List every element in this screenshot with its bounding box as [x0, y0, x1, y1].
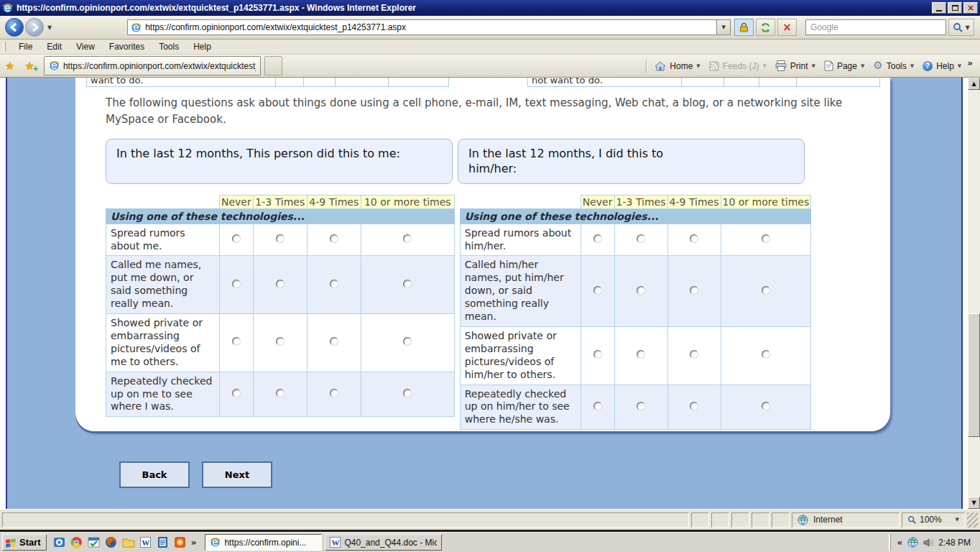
stop-button[interactable]: ×: [777, 19, 797, 36]
commandbar-tools-button[interactable]: ⚙Tools▼: [869, 58, 918, 73]
zoom-pane[interactable]: 100% ▼: [902, 512, 965, 528]
previous-row-cell: [796, 78, 880, 87]
radio-right-row0-col1[interactable]: [637, 234, 645, 243]
radio-right-row1-col1[interactable]: [637, 286, 645, 295]
radio-left-row2-col3[interactable]: [403, 337, 412, 346]
zoom-dropdown-caret[interactable]: ▼: [956, 517, 959, 523]
tray-collapse-chevron[interactable]: «: [897, 538, 903, 548]
back-button[interactable]: [5, 18, 24, 37]
menu-item-edit[interactable]: Edit: [40, 40, 69, 53]
radio-left-row2-col2[interactable]: [330, 337, 338, 346]
menu-item-tools[interactable]: Tools: [152, 40, 186, 53]
radio-left-row1-col1[interactable]: [276, 280, 285, 288]
quicklaunch-outlook-icon[interactable]: [53, 536, 66, 549]
new-tab-stub[interactable]: [264, 56, 282, 75]
minimize-button[interactable]: [932, 2, 946, 14]
taskbar-task-1[interactable]: WQ40_and_Q44.doc - Micr...: [325, 534, 442, 551]
commandbar-help-button[interactable]: ?Help▼: [918, 59, 966, 73]
radio-cell: [581, 326, 614, 385]
radio-right-row3-col0[interactable]: [593, 402, 602, 410]
radio-left-row0-col3[interactable]: [403, 234, 412, 243]
quicklaunch-firefox-icon[interactable]: [105, 536, 118, 549]
commandbar-page-button[interactable]: Page▼: [820, 58, 869, 73]
table-row: Showed private or embarrassing pictures/…: [460, 326, 810, 385]
recent-pages-dropdown[interactable]: ▼: [47, 24, 52, 31]
menu-item-file[interactable]: File: [11, 40, 40, 53]
security-lock-button[interactable]: [734, 19, 754, 36]
quicklaunch-overflow-chevron[interactable]: »: [187, 538, 201, 548]
commandbar-label: Tools: [887, 61, 907, 71]
radio-left-row3-col2[interactable]: [330, 389, 338, 397]
radio-right-row3-col2[interactable]: [690, 402, 698, 410]
scroll-up-button[interactable]: ▲: [968, 78, 980, 90]
feeds-icon: [709, 61, 719, 71]
previous-row-cell: [275, 78, 304, 87]
quicklaunch-word-icon[interactable]: W: [139, 536, 152, 549]
radio-left-row2-col1[interactable]: [276, 337, 285, 346]
search-input[interactable]: Google: [805, 19, 946, 35]
ie-task-icon: [210, 537, 221, 548]
scroll-down-button[interactable]: ▼: [968, 497, 980, 509]
menu-item-favorites[interactable]: Favorites: [102, 40, 152, 53]
favorites-button[interactable]: ★: [0, 60, 19, 73]
radio-right-row1-col0[interactable]: [593, 286, 602, 295]
browser-tab[interactable]: https://confirm.opinionport.com/extwix/e…: [44, 56, 261, 75]
radio-left-row0-col0[interactable]: [232, 234, 241, 243]
radio-right-row0-col0[interactable]: [593, 234, 602, 243]
radio-cell: [581, 224, 614, 256]
close-button[interactable]: ×: [963, 2, 978, 14]
radio-left-row1-col0[interactable]: [232, 280, 241, 288]
next-page-button[interactable]: Next: [202, 461, 272, 488]
radio-left-row0-col2[interactable]: [330, 234, 338, 243]
radio-right-row2-col2[interactable]: [690, 350, 698, 359]
column-header-right-2: 4-9 Times: [667, 195, 721, 208]
radio-right-row2-col3[interactable]: [762, 350, 770, 359]
taskbar-task-0[interactable]: https://confirm.opini...: [205, 534, 322, 551]
quick-launch-bar: W: [53, 536, 187, 549]
back-page-button[interactable]: Back: [119, 461, 190, 488]
quicklaunch-media-player-icon[interactable]: [174, 536, 187, 549]
radio-cell: [361, 372, 454, 417]
radio-left-row3-col3[interactable]: [403, 389, 412, 397]
radio-left-row3-col1[interactable]: [276, 389, 285, 397]
resize-grip[interactable]: [967, 512, 978, 528]
url-dropdown-button[interactable]: ▼: [716, 19, 731, 35]
radio-cell: [614, 224, 667, 256]
commandbar-home-button[interactable]: Home▼: [650, 59, 704, 73]
radio-left-row1-col3[interactable]: [403, 280, 412, 288]
radio-cell: [361, 256, 454, 314]
menu-item-help[interactable]: Help: [186, 40, 218, 53]
start-button[interactable]: Start: [2, 534, 47, 551]
commandbar-print-button[interactable]: Print▼: [771, 58, 820, 73]
radio-right-row2-col0[interactable]: [593, 350, 602, 359]
radio-left-row1-col2[interactable]: [330, 280, 338, 288]
url-field[interactable]: https://confirm.opinionport.com/extwix/e…: [127, 19, 716, 35]
radio-right-row1-col2[interactable]: [690, 286, 698, 295]
radio-left-row2-col0[interactable]: [232, 337, 241, 346]
radio-cell: [307, 314, 361, 372]
quicklaunch-folder-icon[interactable]: [122, 536, 135, 549]
quicklaunch-calendar-check-icon[interactable]: [88, 536, 101, 549]
forward-button[interactable]: [25, 18, 44, 37]
menu-item-view[interactable]: View: [69, 40, 102, 53]
quicklaunch-browser-ball-icon[interactable]: [70, 536, 83, 549]
vertical-scrollbar[interactable]: ▲ ▼: [968, 78, 980, 509]
refresh-button[interactable]: [756, 19, 775, 36]
radio-left-row3-col0[interactable]: [232, 389, 241, 397]
radio-right-row0-col3[interactable]: [762, 234, 770, 243]
radio-left-row0-col1[interactable]: [276, 234, 285, 243]
previous-row-cell: [388, 78, 449, 87]
quicklaunch-notes-icon[interactable]: [157, 536, 170, 549]
previous-row-cell: [724, 78, 759, 87]
toolbar-overflow-chevron[interactable]: »: [967, 58, 973, 68]
radio-right-row3-col3[interactable]: [762, 402, 770, 410]
radio-right-row2-col1[interactable]: [637, 350, 645, 359]
restore-button[interactable]: [948, 2, 962, 14]
radio-cell: [667, 326, 721, 385]
radio-right-row1-col3[interactable]: [762, 286, 770, 295]
search-button[interactable]: ▼: [948, 19, 974, 36]
radio-right-row3-col1[interactable]: [637, 402, 645, 410]
add-favorite-button[interactable]: ★+: [19, 60, 39, 73]
radio-right-row0-col2[interactable]: [690, 234, 698, 243]
scrollbar-thumb[interactable]: [968, 313, 980, 437]
